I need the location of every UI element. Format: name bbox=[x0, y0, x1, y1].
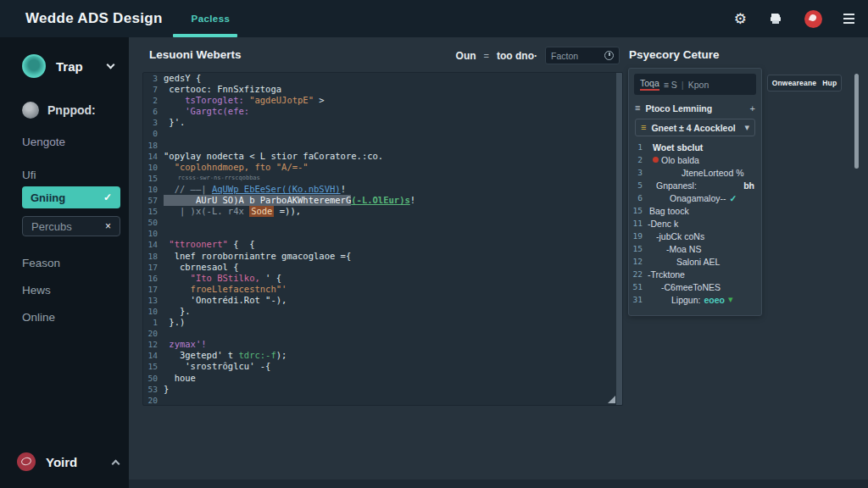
panel-search-input[interactable]: Toqa ≡ S | Kpon bbox=[634, 74, 756, 95]
run-label[interactable]: Oun bbox=[456, 50, 476, 62]
code-line[interactable]: 1 }.) bbox=[143, 317, 622, 328]
sidebar-item-gniing[interactable]: Gniing✓ bbox=[22, 186, 120, 208]
code-token: tdrc:-f bbox=[239, 350, 276, 361]
tree-row[interactable]: 31Lipgun:eoeo▾ bbox=[629, 293, 761, 306]
tree-row[interactable]: 51-C6meeToNES bbox=[629, 280, 761, 293]
panel-row-gneet-4-acockleol[interactable]: ≡Gneet ± 4 Acockleol▾ bbox=[635, 119, 755, 136]
code-line[interactable]: 7 certooc: FnnSxfiztoga bbox=[143, 84, 622, 95]
tree-row[interactable]: 6Onagamaloy--✓ bbox=[629, 191, 761, 204]
panel-row-ptoco-lemniing[interactable]: ≡Ptoco Lemniing+ bbox=[635, 100, 755, 116]
tree-item-label: JteneLorteod % bbox=[682, 168, 744, 178]
mode-label[interactable]: too dno· bbox=[497, 50, 537, 62]
settings-gear-icon[interactable]: ⚙ bbox=[734, 12, 747, 26]
editor-scrollbar[interactable] bbox=[616, 73, 622, 405]
tree-row[interactable]: 12Saloni AEL bbox=[629, 255, 761, 268]
line-number: 15 bbox=[143, 206, 164, 217]
code-token: "coplohndmoep, fto "A/=-" bbox=[164, 162, 309, 173]
facton-input[interactable]: Facton bbox=[545, 47, 620, 64]
notification-badge[interactable] bbox=[804, 10, 822, 28]
code-line[interactable]: 18 bbox=[143, 140, 622, 151]
line-number: 10 bbox=[143, 162, 164, 173]
code-line[interactable]: 16 "Ito BStilko, ' { bbox=[143, 273, 622, 284]
code-line[interactable]: 10 "coplohndmoep, fto "A/=-" bbox=[143, 162, 622, 173]
tree-row[interactable]: 3JteneLorteod % bbox=[629, 166, 761, 179]
line-number: 18 bbox=[143, 251, 164, 262]
code-token: 'Onotrédi.Rot "-), bbox=[164, 295, 287, 306]
tree-row[interactable]: 5Gnpanesl:bh bbox=[629, 179, 761, 191]
code-line[interactable]: 20 bbox=[143, 395, 622, 406]
sidebar-item-trap[interactable]: Trap bbox=[22, 53, 129, 80]
code-line[interactable]: 57 AUrU SO)A b ParboAKWhteremerG(-L.OlEu… bbox=[143, 195, 622, 206]
code-token: tsToroglet: bbox=[164, 95, 249, 106]
bars-icon: ≡ bbox=[635, 103, 640, 113]
tree-row[interactable]: 19-jubCk coNs bbox=[629, 230, 761, 242]
code-token: ' { bbox=[260, 273, 281, 284]
panel-row-label: Ptoco Lemniing bbox=[645, 103, 712, 114]
code-line[interactable]: 3 }'. bbox=[143, 117, 622, 128]
menu-icon[interactable] bbox=[843, 14, 854, 24]
active-tab-indicator bbox=[173, 34, 237, 37]
code-line[interactable]: 14 "ttroonert" { { bbox=[143, 239, 622, 250]
line-number: 15 bbox=[143, 173, 164, 184]
code-line[interactable]: 17 cbrnesaol { bbox=[143, 262, 622, 273]
code-line[interactable]: 50 bbox=[143, 217, 622, 228]
plus-icon: + bbox=[750, 103, 755, 114]
code-line[interactable]: 6 'Gargtc(efe: bbox=[143, 106, 622, 117]
sidebar-footer-label: Yoird bbox=[46, 455, 77, 469]
code-line[interactable]: 15 'srostrôglcu' -{ bbox=[143, 361, 622, 372]
tree-line-number: 11 bbox=[629, 219, 648, 228]
tree-row[interactable]: 11-Denc k bbox=[629, 217, 761, 230]
sidebar-item-percubs[interactable]: Percubs× bbox=[22, 216, 120, 236]
code-line[interactable]: 0 bbox=[143, 128, 622, 139]
sidebar-item-hews[interactable]: Hews bbox=[22, 284, 129, 297]
tree-item-label: Woet sbclut bbox=[653, 142, 703, 152]
code-line[interactable]: 12 zymax'! bbox=[143, 339, 622, 350]
tree-row[interactable]: 15-Moa NS bbox=[629, 242, 761, 255]
code-line[interactable]: 2 tsToroglet: "agdeUJotpE" > bbox=[143, 95, 622, 106]
sidebar-item-yoird[interactable]: Yoird bbox=[17, 452, 119, 471]
code-line[interactable]: 18 lnef roroborniantre gmacoglaoe ={ bbox=[143, 251, 622, 262]
code-line[interactable]: 13 'Onotrédi.Rot "-), bbox=[143, 295, 622, 306]
code-line[interactable]: 14 3getepd' t tdrc:-f); bbox=[143, 350, 622, 361]
editor-resize-handle[interactable] bbox=[608, 396, 615, 403]
code-line[interactable]: 3gedsY { bbox=[143, 73, 622, 84]
line-number: 18 bbox=[143, 140, 164, 151]
code-line[interactable]: 10 // ——| AqUWp EbEeSer((Ko.nbSVH)! bbox=[143, 184, 622, 195]
sidebar-item-pnppod[interactable]: Pnppod: bbox=[22, 100, 129, 120]
code-editor[interactable]: 3gedsY {7 certooc: FnnSxfiztoga2 tsTorog… bbox=[142, 72, 623, 406]
chevron-down-icon: ▾ bbox=[744, 122, 749, 133]
code-token: 'Gargtc(efe: bbox=[164, 106, 249, 117]
onweareane-hup-button[interactable]: Onweareane Hup bbox=[767, 75, 842, 92]
tree-line-number: 12 bbox=[629, 257, 648, 266]
code-line[interactable]: 20 bbox=[143, 328, 622, 339]
tree-item-label: Bag toock bbox=[649, 206, 689, 216]
code-line[interactable]: 53} bbox=[143, 384, 622, 395]
tree-row[interactable]: 1Woet sbclut bbox=[629, 141, 761, 153]
clock-icon bbox=[604, 51, 614, 60]
code-line[interactable]: 10 }. bbox=[143, 306, 622, 317]
code-token: | )x(-L. r4x bbox=[164, 206, 249, 217]
sidebar-item-online[interactable]: Online bbox=[22, 311, 129, 324]
code-token: ! bbox=[410, 195, 415, 206]
bars-icon: ≡ bbox=[641, 123, 646, 132]
search-suffix: Kpon bbox=[688, 80, 709, 90]
topbar: Wedde ADS Design Pacless ⚙ bbox=[0, 0, 868, 37]
tree-row[interactable]: 15Bag toock bbox=[629, 204, 761, 217]
code-line[interactable]: 14"opylay nodecta < L stior faCoratore.:… bbox=[143, 151, 622, 162]
tree-row[interactable]: 2Olo balda bbox=[629, 153, 761, 166]
sidebar-item-uengote[interactable]: Uengote bbox=[22, 136, 129, 148]
sidebar-item-label: Pnppod: bbox=[47, 103, 96, 117]
sidebar-item-feason[interactable]: Feason bbox=[22, 257, 129, 269]
code-line[interactable]: 15 rcsss-swr-ns-rrscqobbas bbox=[143, 173, 622, 184]
code-line[interactable]: 10 bbox=[143, 228, 622, 239]
code-token: ! bbox=[341, 184, 346, 195]
window-scrollbar[interactable] bbox=[854, 74, 859, 169]
code-line[interactable]: 50 houe bbox=[143, 373, 622, 384]
sidebar-item-ufi[interactable]: Ufi bbox=[22, 169, 129, 181]
code-token: "Ito BStilko, bbox=[164, 273, 260, 284]
print-icon[interactable] bbox=[768, 11, 783, 26]
code-line[interactable]: 15 | )x(-L. r4x Sode =)), bbox=[143, 206, 622, 217]
tree-row[interactable]: 22-Trcktone bbox=[629, 268, 761, 280]
code-line[interactable]: 17 froeLlefacestnch"' bbox=[143, 284, 622, 295]
tab-pacless[interactable]: Pacless bbox=[185, 0, 237, 37]
